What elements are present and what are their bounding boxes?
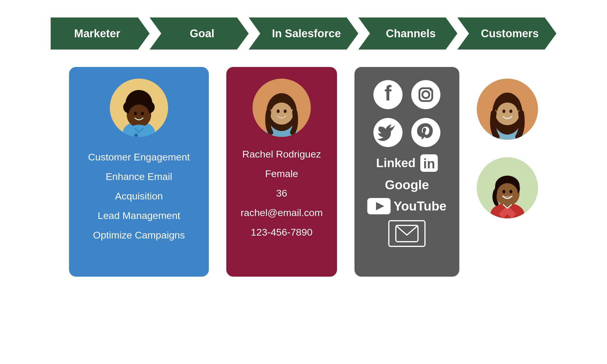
arrow-marketer[interactable]: Marketer — [51, 17, 150, 50]
svg-point-23 — [277, 109, 280, 113]
goal-optimize-campaigns: Optimize Campaigns — [93, 229, 185, 241]
channels-row-2 — [372, 116, 442, 149]
linkedin-row: Linked in — [376, 154, 437, 172]
arrow-salesforce[interactable]: In Salesforce — [249, 17, 359, 50]
svg-point-58 — [509, 190, 512, 193]
contact-gender: Female — [265, 168, 298, 179]
contact-phone: 123-456-7890 — [251, 227, 313, 238]
goal-acquisition: Acquisition — [115, 190, 163, 202]
svg-point-27 — [411, 80, 440, 109]
svg-text:f: f — [384, 82, 392, 105]
customer-avatar-1 — [477, 79, 538, 140]
customer-avatar-2 — [477, 157, 538, 218]
svg-point-45 — [509, 109, 512, 113]
svg-point-9 — [133, 93, 145, 105]
google-text: Google — [385, 178, 429, 192]
salesforce-avatar — [253, 79, 311, 137]
linkedin-text: Linked — [376, 156, 415, 170]
arrow-goal[interactable]: Goal — [150, 17, 249, 50]
svg-point-11 — [134, 112, 137, 115]
customer-1-svg — [477, 79, 538, 140]
linkedin-icon: in — [420, 154, 438, 172]
contact-age: 36 — [276, 188, 287, 199]
svg-point-30 — [430, 89, 432, 91]
svg-point-32 — [411, 118, 440, 147]
arrow-nav: Marketer Goal In Salesforce Channels Cus… — [51, 17, 557, 50]
goal-customer-engagement: Customer Engagement — [88, 151, 190, 163]
arrow-customers[interactable]: Customers — [457, 17, 556, 50]
goal-lead-management: Lead Management — [98, 210, 180, 221]
twitter-icon — [372, 116, 404, 149]
customer-2-svg — [477, 157, 538, 218]
arrow-goal-label: Goal — [190, 27, 214, 40]
instagram-icon — [410, 79, 442, 111]
email-icon-wrap — [388, 220, 426, 247]
svg-point-57 — [502, 190, 505, 193]
marketer-avatar-svg — [110, 79, 168, 137]
email-icon — [395, 225, 419, 242]
marketer-goals: Customer Engagement Enhance Email Acquis… — [88, 151, 190, 241]
goal-enhance-email: Enhance Email — [106, 171, 172, 182]
svg-point-56 — [497, 183, 518, 204]
marketer-avatar — [110, 79, 168, 137]
pinterest-icon — [410, 116, 442, 149]
arrow-salesforce-label: In Salesforce — [272, 27, 341, 40]
salesforce-info: Rachel Rodriguez Female 36 rachel@email.… — [241, 149, 323, 238]
channels-row-1: f — [372, 79, 442, 111]
arrow-marketer-label: Marketer — [74, 27, 120, 40]
svg-point-10 — [128, 105, 149, 126]
google-row: Google — [385, 178, 429, 192]
contact-name: Rachel Rodriguez — [242, 149, 321, 160]
channels-card: f — [354, 67, 459, 277]
arrow-channels[interactable]: Channels — [358, 17, 457, 50]
svg-text:in: in — [423, 156, 435, 171]
youtube-play-icon — [367, 198, 391, 214]
salesforce-avatar-svg — [253, 79, 311, 137]
main-content: Customer Engagement Enhance Email Acquis… — [0, 67, 607, 277]
youtube-text: YouTube — [394, 199, 447, 213]
salesforce-card: Rachel Rodriguez Female 36 rachel@email.… — [226, 67, 337, 277]
arrow-customers-label: Customers — [481, 27, 539, 40]
svg-point-43 — [497, 103, 518, 123]
contact-email: rachel@email.com — [241, 207, 323, 218]
customers-column — [477, 67, 538, 218]
arrow-channels-label: Channels — [386, 27, 436, 40]
svg-point-22 — [271, 103, 292, 123]
svg-point-12 — [141, 112, 144, 115]
facebook-icon: f — [372, 79, 404, 111]
svg-point-24 — [284, 109, 287, 113]
youtube-row: YouTube — [367, 198, 447, 214]
marketer-card: Customer Engagement Enhance Email Acquis… — [69, 67, 209, 277]
svg-point-44 — [502, 109, 505, 113]
